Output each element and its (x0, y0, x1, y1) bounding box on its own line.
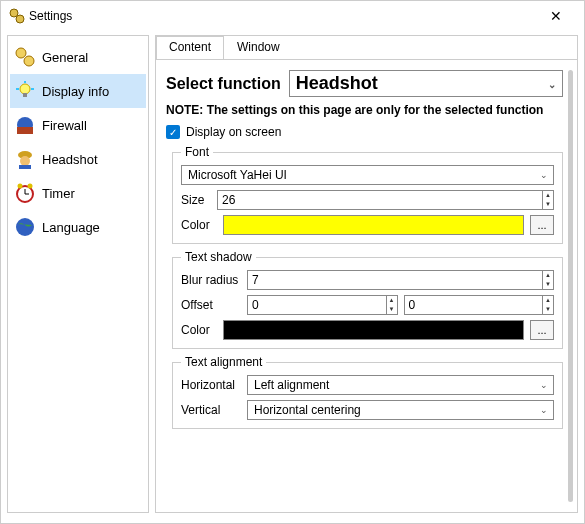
blur-spinner[interactable]: ▲▼ (247, 270, 554, 290)
display-checkbox-row: ✓ Display on screen (166, 125, 563, 139)
sidebar-item-timer[interactable]: Timer (10, 176, 146, 210)
size-label: Size (181, 193, 211, 207)
shadow-legend: Text shadow (181, 250, 256, 264)
align-legend: Text alignment (181, 355, 266, 369)
function-select-label: Select function (166, 75, 281, 93)
font-family-select[interactable]: Microsoft YaHei UI ⌄ (181, 165, 554, 185)
blur-input[interactable] (248, 271, 542, 289)
sidebar-item-headshot[interactable]: Headshot (10, 142, 146, 176)
sidebar-item-label: Timer (42, 186, 75, 201)
content-area: General Display info Firewall Headshot T… (1, 31, 584, 523)
svg-point-3 (24, 56, 34, 66)
svg-point-19 (16, 218, 34, 236)
font-group: Font Microsoft YaHei UI ⌄ Size ▲▼ Color (172, 145, 563, 244)
sidebar-item-label: General (42, 50, 88, 65)
offset-label: Offset (181, 298, 241, 312)
font-color-picker-button[interactable]: ... (530, 215, 554, 235)
shadow-color-label: Color (181, 323, 217, 337)
main-panel: Content Window Select function Headshot … (155, 35, 578, 513)
svg-point-4 (20, 84, 30, 94)
sidebar-item-label: Headshot (42, 152, 98, 167)
sidebar-item-general[interactable]: General (10, 40, 146, 74)
vert-align-select[interactable]: Horizontal centering ⌄ (247, 400, 554, 420)
offset-y-input[interactable] (405, 296, 543, 314)
sidebar-item-label: Firewall (42, 118, 87, 133)
blur-label: Blur radius (181, 273, 241, 287)
font-size-input[interactable] (218, 191, 542, 209)
horiz-label: Horizontal (181, 378, 241, 392)
tab-content[interactable]: Content (156, 36, 224, 60)
tab-window[interactable]: Window (224, 36, 293, 60)
sidebar-item-language[interactable]: Language (10, 210, 146, 244)
gears-icon (14, 46, 36, 68)
sidebar: General Display info Firewall Headshot T… (7, 35, 149, 513)
window-title: Settings (29, 9, 536, 23)
svg-point-0 (10, 9, 18, 17)
svg-point-15 (18, 184, 23, 189)
font-legend: Font (181, 145, 213, 159)
chevron-down-icon: ⌄ (540, 405, 548, 415)
lightbulb-icon (14, 80, 36, 102)
sidebar-item-display-info[interactable]: Display info (10, 74, 146, 108)
shadow-color-swatch[interactable] (223, 320, 524, 340)
firewall-icon (14, 114, 36, 136)
spin-up-icon[interactable]: ▲ (543, 296, 553, 305)
function-select[interactable]: Headshot ⌄ (289, 70, 563, 97)
svg-rect-5 (23, 93, 27, 97)
font-color-swatch[interactable] (223, 215, 524, 235)
spin-up-icon[interactable]: ▲ (543, 271, 553, 280)
clock-icon (14, 182, 36, 204)
sidebar-item-label: Display info (42, 84, 109, 99)
font-color-label: Color (181, 218, 217, 232)
shadow-group: Text shadow Blur radius ▲▼ Offset ▲▼ (172, 250, 563, 349)
close-button[interactable]: ✕ (536, 8, 576, 24)
gears-icon (9, 8, 25, 24)
spin-down-icon[interactable]: ▼ (543, 200, 553, 209)
chevron-down-icon: ⌄ (540, 170, 548, 180)
chevron-down-icon: ⌄ (548, 78, 556, 89)
vert-label: Vertical (181, 403, 241, 417)
scrollbar[interactable] (568, 70, 573, 502)
font-family-value: Microsoft YaHei UI (188, 168, 287, 182)
shadow-color-picker-button[interactable]: ... (530, 320, 554, 340)
function-select-value: Headshot (296, 73, 378, 93)
vert-align-value: Horizontal centering (254, 403, 361, 417)
svg-point-12 (20, 156, 30, 166)
align-group: Text alignment Horizontal Left alignment… (172, 355, 563, 429)
display-checkbox-label: Display on screen (186, 125, 281, 139)
tabs: Content Window (156, 36, 577, 60)
svg-point-16 (28, 184, 33, 189)
offset-y-spinner[interactable]: ▲▼ (404, 295, 555, 315)
svg-point-2 (16, 48, 26, 58)
spin-up-icon[interactable]: ▲ (543, 191, 553, 200)
spin-up-icon[interactable]: ▲ (387, 296, 397, 305)
globe-icon (14, 216, 36, 238)
headshot-icon (14, 148, 36, 170)
spin-down-icon[interactable]: ▼ (543, 280, 553, 289)
sidebar-item-label: Language (42, 220, 100, 235)
offset-x-spinner[interactable]: ▲▼ (247, 295, 398, 315)
svg-rect-13 (19, 165, 31, 169)
spin-down-icon[interactable]: ▼ (543, 305, 553, 314)
horiz-align-select[interactable]: Left alignment ⌄ (247, 375, 554, 395)
function-select-row: Select function Headshot ⌄ (166, 70, 563, 97)
spin-down-icon[interactable]: ▼ (387, 305, 397, 314)
display-checkbox[interactable]: ✓ (166, 125, 180, 139)
tab-panel: Select function Headshot ⌄ NOTE: The set… (156, 59, 577, 512)
offset-x-input[interactable] (248, 296, 386, 314)
titlebar: Settings ✕ (1, 1, 584, 31)
horiz-align-value: Left alignment (254, 378, 329, 392)
note-text: NOTE: The settings on this page are only… (166, 103, 563, 117)
chevron-down-icon: ⌄ (540, 380, 548, 390)
svg-point-1 (16, 15, 24, 23)
font-size-spinner[interactable]: ▲▼ (217, 190, 554, 210)
sidebar-item-firewall[interactable]: Firewall (10, 108, 146, 142)
svg-rect-10 (17, 127, 33, 134)
